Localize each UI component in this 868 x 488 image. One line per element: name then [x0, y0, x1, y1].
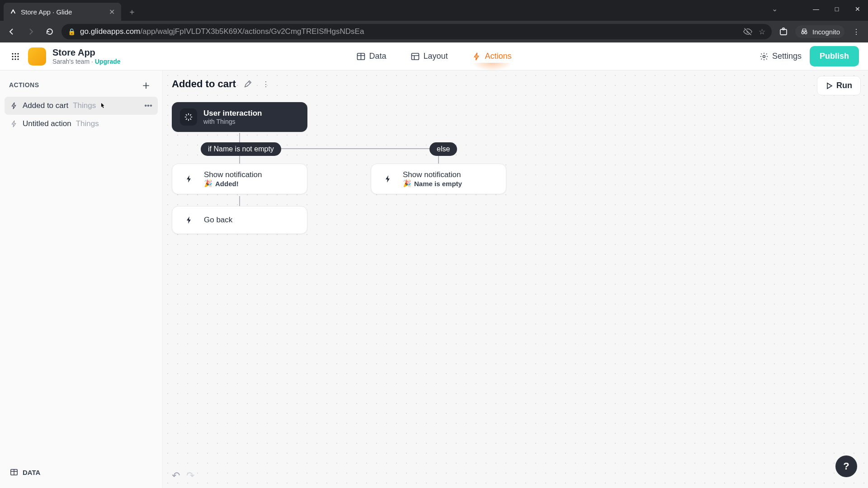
run-button[interactable]: Run [817, 76, 861, 95]
cursor-icon [99, 102, 106, 109]
step-go-back[interactable]: Go back [172, 206, 307, 234]
bolt-icon [180, 211, 198, 229]
tab-title: Store App · Glide [21, 8, 104, 16]
trigger-icon [180, 108, 197, 126]
svg-point-12 [17, 58, 19, 60]
publish-button[interactable]: Publish [810, 46, 859, 66]
action-item-name: Untitled action [23, 119, 71, 128]
window-minimize-button[interactable]: ― [806, 0, 826, 18]
url-domain: go.glideapps.com [80, 27, 140, 36]
sidebar-title: ACTIONS [9, 81, 39, 89]
help-button[interactable]: ? [835, 455, 857, 477]
svg-rect-1 [783, 28, 784, 30]
canvas-more-icon[interactable]: ⋮ [259, 78, 272, 90]
svg-point-15 [763, 55, 765, 57]
undo-button[interactable]: ↶ [172, 470, 180, 482]
browser-tab[interactable]: Store App · Glide ✕ [4, 3, 121, 21]
step-detail: Added! [215, 180, 239, 188]
action-item-table: Things [76, 119, 99, 128]
edit-title-icon[interactable] [241, 78, 254, 90]
svg-point-6 [17, 53, 19, 54]
tab-search-icon[interactable]: ⌄ [772, 5, 778, 13]
bolt-icon [379, 170, 396, 188]
play-icon [826, 82, 833, 89]
emoji-icon: 🎉 [403, 179, 411, 188]
glide-favicon [9, 8, 17, 16]
redo-button[interactable]: ↷ [186, 470, 194, 482]
step-detail: Name is empty [414, 180, 462, 188]
svg-point-4 [12, 53, 13, 54]
bolt-icon [10, 102, 18, 110]
app-logo[interactable] [28, 47, 46, 66]
bolt-icon [472, 52, 481, 61]
add-action-button[interactable]: ＋ [139, 78, 153, 92]
svg-point-7 [12, 56, 13, 57]
bolt-outline-icon [10, 120, 18, 128]
app-name: Store App [52, 47, 121, 58]
tab-layout[interactable]: Layout [405, 49, 453, 64]
lock-icon: 🔒 [68, 28, 75, 35]
trigger-node[interactable]: User interaction with Things [172, 102, 307, 132]
svg-point-9 [17, 56, 19, 57]
extensions-icon[interactable] [776, 24, 791, 39]
trigger-title: User interaction [203, 109, 262, 118]
svg-point-3 [805, 32, 807, 34]
svg-point-10 [12, 58, 13, 60]
action-item-added-to-cart[interactable]: Added to cart Things ••• [5, 97, 158, 115]
upgrade-link[interactable]: Upgrade [95, 58, 121, 65]
condition-if-pill[interactable]: if Name is not empty [201, 142, 281, 156]
emoji-icon: 🎉 [204, 179, 212, 188]
step-show-notification-left[interactable]: Show notification 🎉Added! [172, 164, 307, 194]
table-icon [356, 52, 365, 61]
window-maximize-button[interactable]: □ [826, 0, 847, 18]
step-title: Show notification [403, 170, 462, 179]
app-header: Store App Sarah's team · Upgrade Data La… [0, 42, 868, 70]
new-tab-button[interactable]: ＋ [125, 5, 139, 19]
star-icon[interactable]: ☆ [759, 27, 765, 37]
layout-icon [410, 52, 420, 61]
svg-point-5 [14, 53, 16, 54]
sidebar-data-link[interactable]: DATA [5, 464, 158, 481]
step-title: Go back [204, 216, 232, 225]
browser-forward-button[interactable] [24, 24, 38, 39]
trigger-subtitle: with Things [203, 118, 262, 125]
browser-reload-button[interactable] [42, 24, 57, 39]
eye-off-icon[interactable] [743, 27, 752, 36]
action-item-more-icon[interactable]: ••• [144, 101, 152, 110]
team-name[interactable]: Sarah's team [52, 58, 90, 65]
table-icon [10, 468, 18, 476]
canvas-title: Added to cart [172, 78, 236, 90]
window-close-button[interactable]: ✕ [847, 0, 868, 18]
action-item-name: Added to cart [23, 101, 68, 110]
url-path: /app/walgjFpIVLDTX3b5K69X/actions/Gv2Cmg… [140, 27, 364, 36]
gear-icon [760, 52, 769, 61]
browser-menu-icon[interactable]: ⋮ [849, 24, 863, 39]
step-title: Show notification [204, 170, 262, 179]
incognito-label: Incognito [812, 28, 840, 36]
svg-point-8 [14, 56, 16, 57]
tab-data[interactable]: Data [351, 49, 392, 64]
sidebar: ACTIONS ＋ Added to cart Things ••• Untit… [0, 70, 163, 488]
svg-point-2 [802, 32, 804, 34]
settings-link[interactable]: Settings [760, 52, 802, 61]
svg-rect-14 [411, 53, 419, 60]
close-tab-icon[interactable]: ✕ [108, 7, 116, 17]
action-canvas[interactable]: Added to cart ⋮ Run User interaction wit… [163, 70, 868, 488]
browser-back-button[interactable] [5, 24, 19, 39]
condition-else-pill[interactable]: else [429, 142, 457, 156]
incognito-icon [800, 27, 809, 36]
action-item-table: Things [73, 101, 96, 110]
step-show-notification-right[interactable]: Show notification 🎉Name is empty [371, 164, 506, 194]
address-bar[interactable]: 🔒 go.glideapps.com/app/walgjFpIVLDTX3b5K… [61, 24, 772, 39]
action-item-untitled[interactable]: Untitled action Things [5, 115, 158, 133]
incognito-indicator[interactable]: Incognito [795, 25, 844, 38]
bolt-icon [180, 170, 198, 188]
tab-actions[interactable]: Actions [467, 49, 517, 64]
svg-point-11 [14, 58, 16, 60]
apps-grid-icon[interactable] [9, 50, 22, 63]
